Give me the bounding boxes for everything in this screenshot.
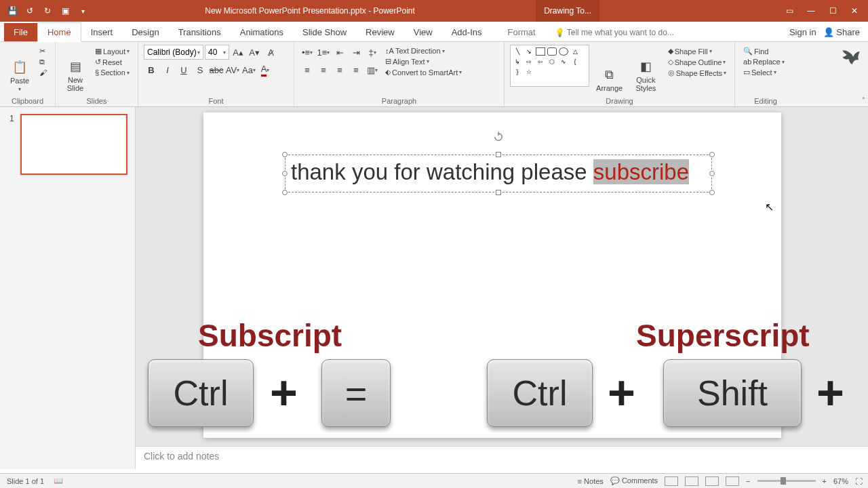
sign-in-button[interactable]: Sign in [789, 27, 816, 37]
text-direction-button[interactable]: ↕A Text Direction ▾ [382, 46, 465, 56]
shape-arrow2-icon[interactable]: ⇦ [536, 58, 545, 66]
ribbon-display-icon[interactable]: ▭ [780, 6, 799, 16]
font-color-button[interactable]: A▾ [258, 62, 273, 77]
tab-animations[interactable]: Animations [231, 23, 293, 41]
redo-icon[interactable]: ↻ [41, 4, 54, 18]
reset-button[interactable]: ↺ Reset [92, 57, 132, 67]
shape-line-icon[interactable]: ╲ [513, 47, 522, 56]
font-name-select[interactable]: Calibri (Body)▾ [144, 45, 203, 60]
shape-elbow-icon[interactable]: ↳ [513, 58, 522, 66]
close-icon[interactable]: ✕ [845, 6, 864, 16]
layout-button[interactable]: ▦ Layout ▾ [92, 46, 132, 56]
change-case-icon[interactable]: Aa▾ [241, 62, 256, 77]
shadow-button[interactable]: S [193, 62, 208, 77]
clear-format-icon[interactable]: A̷ [263, 45, 278, 60]
qat-more-icon[interactable]: ▾ [76, 4, 90, 18]
shape-roundrect-icon[interactable] [547, 47, 557, 56]
rotate-handle-icon[interactable] [492, 131, 505, 143]
share-button[interactable]: 👤 Share [823, 27, 860, 37]
shape-triangle-icon[interactable]: △ [570, 47, 580, 56]
replace-button[interactable]: ab Replace ▾ [741, 57, 787, 66]
slideshow-view-icon[interactable] [726, 476, 739, 486]
resize-handle[interactable] [709, 152, 715, 157]
arrange-button[interactable]: ⧉ Arrange [592, 45, 627, 92]
undo-icon[interactable]: ↺ [23, 4, 37, 18]
shape-rect-icon[interactable] [536, 47, 545, 56]
shape-star-icon[interactable]: ☆ [524, 68, 534, 76]
slide-canvas[interactable]: thank you for watching please subscribe [203, 113, 781, 438]
slide-thumbnail-1[interactable] [20, 114, 127, 175]
shape-oval-icon[interactable] [559, 47, 568, 56]
textbox-text[interactable]: thank you for watching please subscribe [285, 155, 711, 189]
copy-icon[interactable]: ⧉ [37, 57, 50, 67]
maximize-icon[interactable]: ☐ [823, 6, 842, 16]
shrink-font-icon[interactable]: A▾ [247, 45, 262, 60]
shape-effects-button[interactable]: ◎ Shape Effects ▾ [665, 68, 729, 78]
resize-handle[interactable] [496, 152, 501, 157]
save-icon[interactable]: 💾 [5, 4, 19, 18]
resize-handle[interactable] [282, 152, 288, 157]
zoom-in-icon[interactable]: + [823, 477, 827, 485]
tab-review[interactable]: Review [356, 23, 404, 41]
align-center-icon[interactable]: ≡ [316, 62, 331, 77]
spellcheck-icon[interactable]: 📖 [54, 476, 63, 485]
tell-me-search[interactable]: 💡 Tell me what you want to do... [545, 24, 789, 41]
shape-brace-l-icon[interactable]: { [570, 58, 580, 66]
zoom-out-icon[interactable]: − [746, 477, 750, 485]
shape-curve-icon[interactable]: ∿ [559, 58, 568, 66]
tab-addins[interactable]: Add-Ins [442, 23, 492, 41]
reading-view-icon[interactable] [705, 476, 719, 486]
zoom-percent[interactable]: 67% [833, 477, 848, 485]
tab-file[interactable]: File [4, 23, 37, 41]
shape-blockarrow-icon[interactable]: ⇨ [524, 58, 534, 66]
resize-handle[interactable] [709, 190, 715, 195]
quick-styles-button[interactable]: ◧ Quick Styles [629, 45, 663, 92]
tab-transitions[interactable]: Transitions [169, 23, 231, 41]
char-spacing-icon[interactable]: AV▾ [225, 62, 240, 77]
paste-button[interactable]: 📋 Paste ▾ [5, 45, 34, 92]
shape-arrow-icon[interactable]: ↘ [524, 47, 534, 56]
align-text-button[interactable]: ⊟ Align Text ▾ [382, 56, 465, 66]
tab-insert[interactable]: Insert [81, 23, 123, 41]
numbering-icon[interactable]: 1≡▾ [316, 45, 331, 60]
bullets-icon[interactable]: •≡▾ [300, 45, 315, 60]
start-slideshow-icon[interactable]: ▣ [58, 4, 72, 18]
underline-button[interactable]: U [176, 62, 191, 77]
align-left-icon[interactable]: ≡ [300, 62, 315, 77]
resize-handle[interactable] [282, 171, 288, 176]
zoom-slider[interactable] [757, 480, 816, 482]
fit-to-window-icon[interactable]: ⛶ [855, 477, 863, 485]
notes-toggle[interactable]: ≡ Notes [578, 477, 604, 485]
sorter-view-icon[interactable] [685, 476, 698, 486]
justify-icon[interactable]: ≡ [349, 62, 363, 77]
shape-brace-r-icon[interactable]: } [513, 68, 522, 76]
decrease-indent-icon[interactable]: ⇤ [332, 45, 347, 60]
cut-icon[interactable]: ✂ [37, 46, 50, 56]
align-right-icon[interactable]: ≡ [332, 62, 347, 77]
selected-textbox[interactable]: thank you for watching please subscribe [285, 155, 712, 192]
select-button[interactable]: ▭ Select ▾ [741, 67, 779, 77]
tab-view[interactable]: View [404, 23, 442, 41]
bold-button[interactable]: B [144, 62, 159, 77]
columns-icon[interactable]: ▥▾ [365, 62, 380, 77]
tab-format[interactable]: Format [498, 23, 545, 41]
increase-indent-icon[interactable]: ⇥ [349, 45, 363, 60]
italic-button[interactable]: I [160, 62, 175, 77]
new-slide-button[interactable]: ▤ New Slide [61, 45, 90, 92]
zoom-thumb[interactable] [781, 477, 786, 485]
tab-design[interactable]: Design [122, 23, 168, 41]
shape-gallery[interactable]: ╲ ↘ △ ↳ ⇨ ⇦ ⬡ ∿ { } ☆ [510, 45, 589, 87]
shape-hexagon-icon[interactable]: ⬡ [547, 58, 557, 66]
shape-fill-button[interactable]: ◆ Shape Fill ▾ [665, 46, 729, 56]
format-painter-icon[interactable]: 🖌 [37, 68, 50, 77]
normal-view-icon[interactable] [665, 476, 678, 486]
find-button[interactable]: 🔍 Find [741, 46, 771, 56]
line-spacing-icon[interactable]: ‡▾ [365, 45, 380, 60]
font-size-select[interactable]: 40▾ [205, 45, 229, 60]
minimize-icon[interactable]: — [802, 6, 821, 16]
shape-outline-button[interactable]: ◇ Shape Outline ▾ [665, 57, 729, 67]
tab-slideshow[interactable]: Slide Show [293, 23, 356, 41]
resize-handle[interactable] [496, 190, 501, 195]
comments-toggle[interactable]: 💬 Comments [610, 476, 658, 485]
tab-home[interactable]: Home [37, 22, 81, 42]
